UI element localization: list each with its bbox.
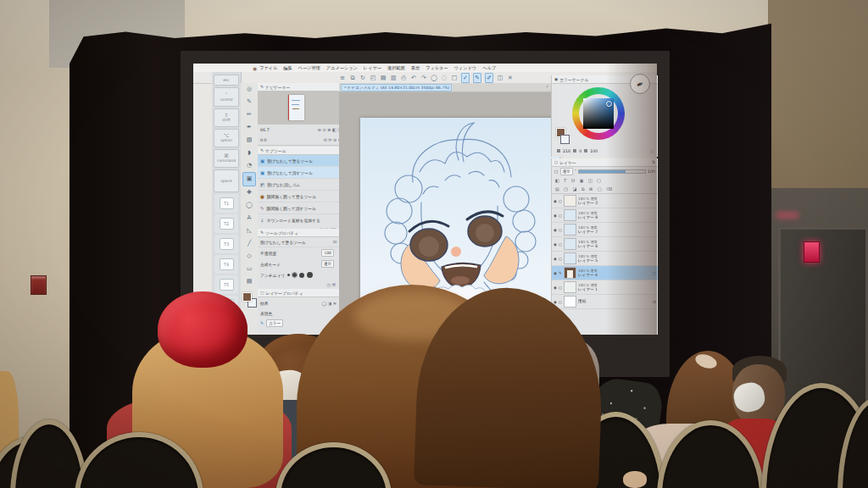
conference-room-photo: ◉ ファイル 編集 ページ管理 アニメーション レイヤー 選択範囲 表示 フィル…	[0, 0, 868, 488]
photo-vignette	[0, 0, 868, 488]
